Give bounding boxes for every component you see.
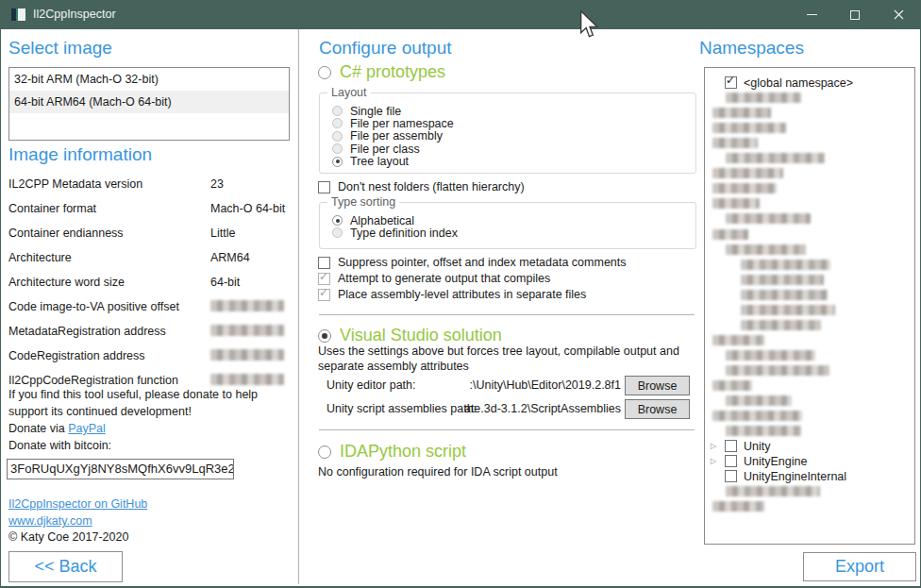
- radio-unselected-icon: [332, 106, 343, 116]
- layout-option-label: File per class: [350, 143, 420, 156]
- namespace-label: Unity: [744, 440, 770, 453]
- close-button[interactable]: [877, 0, 920, 29]
- image-list-item[interactable]: 64-bit ARM64 (Mach-O 64-bit): [9, 91, 289, 113]
- flatten-checkbox[interactable]: Don't nest folders (flatten hierarchy): [318, 180, 525, 193]
- redacted-namespace: [741, 275, 824, 285]
- type-sorting-groupbox: Type sorting AlphabeticalType definition…: [319, 202, 696, 249]
- expander-icon[interactable]: ▷: [711, 457, 716, 465]
- namespace-row[interactable]: [705, 499, 914, 514]
- redacted-namespace: [726, 92, 801, 103]
- unity-script-path-value[interactable]: ate.3d-3.1.2\ScriptAssemblies: [397, 402, 621, 415]
- expander-icon[interactable]: ▷: [711, 442, 716, 450]
- namespace-row[interactable]: [705, 258, 914, 273]
- type-sorting-option[interactable]: Type definition index: [332, 227, 458, 239]
- output-option-checkbox[interactable]: ✓Place assembly-level attributes in sepa…: [318, 288, 586, 301]
- namespace-row[interactable]: [705, 303, 914, 318]
- unity-editor-path-value[interactable]: :\Unity\Hub\Editor\2019.2.8f1: [397, 378, 621, 392]
- namespace-row[interactable]: [705, 333, 914, 348]
- layout-option[interactable]: Single file: [332, 105, 401, 117]
- namespace-row[interactable]: [705, 409, 914, 424]
- namespace-row[interactable]: UnityEngineInternal: [705, 469, 914, 484]
- browse-editor-button[interactable]: Browse: [625, 376, 690, 395]
- radio-unselected-icon: [332, 131, 343, 142]
- idapython-radio[interactable]: IDAPython script: [318, 442, 466, 462]
- namespace-row[interactable]: ▷UnityEngine: [705, 454, 914, 469]
- bitcoin-label: Donate with bitcoin:: [8, 439, 111, 452]
- namespace-row[interactable]: [705, 136, 914, 151]
- namespace-row[interactable]: [705, 243, 914, 258]
- namespace-checkbox[interactable]: [725, 440, 737, 452]
- namespace-row[interactable]: [705, 363, 914, 378]
- output-option-checkbox[interactable]: ✓Attempt to generate output that compile…: [318, 272, 550, 285]
- output-option-checkbox[interactable]: Suppress pointer, offset and index metad…: [318, 256, 627, 269]
- namespace-row[interactable]: [705, 348, 914, 363]
- namespace-row[interactable]: [705, 181, 914, 196]
- namespace-row[interactable]: [705, 151, 914, 166]
- maximize-button[interactable]: [833, 0, 877, 29]
- info-label: Container format: [8, 202, 96, 215]
- layout-option[interactable]: File per namespace: [332, 117, 454, 129]
- layout-option-label: File per namespace: [350, 117, 454, 130]
- minimize-button[interactable]: [790, 0, 833, 29]
- namespace-label: <global namespace>: [744, 76, 853, 90]
- namespace-row[interactable]: [705, 394, 914, 409]
- namespace-row[interactable]: [705, 91, 914, 106]
- namespace-row[interactable]: [705, 484, 914, 499]
- visual-studio-radio[interactable]: Visual Studio solution: [318, 326, 502, 345]
- info-label: IL2CPP Metadata version: [8, 177, 142, 191]
- namespaces-tree[interactable]: ✓<global namespace>▷Unity▷UnityEngineUni…: [704, 67, 915, 545]
- namespace-row[interactable]: ▷Unity: [705, 439, 914, 454]
- paypal-link[interactable]: PayPal: [68, 422, 106, 435]
- namespace-row[interactable]: [705, 227, 914, 243]
- info-label: Code image-to-VA positive offset: [8, 300, 179, 313]
- namespace-row[interactable]: [705, 166, 914, 181]
- layout-option-label: Single file: [350, 105, 401, 118]
- info-label: Architecture: [8, 251, 72, 264]
- namespace-row[interactable]: [705, 121, 914, 136]
- csharp-prototypes-radio[interactable]: C# prototypes: [318, 62, 445, 82]
- redacted-namespace: [712, 138, 758, 148]
- minimize-icon: [807, 14, 817, 15]
- github-link[interactable]: Il2CppInspector on GitHub: [8, 497, 147, 511]
- checkbox-icon: [318, 257, 330, 269]
- namespace-row[interactable]: [705, 424, 914, 439]
- radio-unselected-icon: [318, 66, 331, 79]
- namespace-row[interactable]: [705, 211, 914, 227]
- info-value: 64-bit: [210, 276, 240, 289]
- namespace-row[interactable]: [705, 318, 914, 333]
- namespace-row[interactable]: [705, 378, 914, 394]
- title-bar[interactable]: Il2CppInspector: [1, 0, 920, 29]
- browse-script-button[interactable]: Browse: [625, 399, 690, 419]
- website-link[interactable]: www.djkaty.com: [8, 514, 92, 528]
- section-divider: [319, 314, 695, 315]
- layout-legend: Layout: [327, 86, 371, 99]
- namespace-row[interactable]: [705, 273, 914, 288]
- layout-option[interactable]: Tree layout: [332, 156, 409, 168]
- info-label: Architecture word size: [8, 276, 125, 289]
- redacted-namespace: [712, 411, 802, 421]
- configure-output-header: Configure output: [319, 38, 452, 59]
- namespace-checkbox[interactable]: ✓: [725, 76, 737, 89]
- radio-selected-icon: [332, 215, 343, 226]
- namespace-checkbox[interactable]: [725, 455, 737, 467]
- namespace-row[interactable]: [705, 288, 914, 303]
- image-listbox[interactable]: 32-bit ARM (Mach-O 32-bit)64-bit ARM64 (…: [8, 67, 290, 141]
- app-window: Il2CppInspector Select image 32-bit ARM …: [0, 0, 921, 588]
- bitcoin-address-field[interactable]: 3FoRUqUXgYj8NY8sMQfhX6vv9LqR3e2kzz: [7, 459, 234, 479]
- redacted-namespace: [726, 395, 792, 406]
- namespace-row[interactable]: [705, 106, 914, 121]
- namespace-row[interactable]: ✓<global namespace>: [705, 76, 914, 91]
- layout-option[interactable]: File per assembly: [332, 130, 443, 143]
- back-button[interactable]: << Back: [8, 551, 123, 582]
- namespace-checkbox[interactable]: [725, 470, 737, 482]
- layout-option[interactable]: File per class: [332, 143, 420, 155]
- redacted-namespace: [741, 305, 835, 315]
- donate-text-line2: support its continued development!: [8, 405, 192, 418]
- redacted-namespace: [726, 153, 825, 163]
- redacted-value: [210, 349, 284, 361]
- type-sorting-option[interactable]: Alphabetical: [332, 214, 414, 227]
- checkbox-icon: [318, 181, 330, 193]
- export-button[interactable]: Export: [803, 552, 916, 581]
- image-list-item[interactable]: 32-bit ARM (Mach-O 32-bit): [9, 68, 289, 91]
- namespace-row[interactable]: [705, 196, 914, 211]
